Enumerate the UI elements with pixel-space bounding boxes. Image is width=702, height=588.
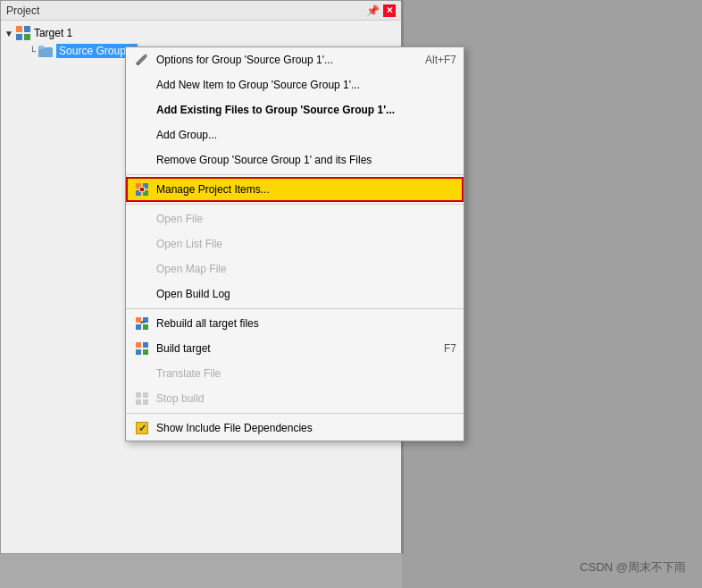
tree-expand-arrow: ▼ <box>4 29 13 38</box>
menu-item-stop-build: Stop build <box>126 386 464 411</box>
menu-item-add-existing-files[interactable]: Add Existing Files to Group 'Source Grou… <box>126 97 464 122</box>
manage-icon <box>133 181 151 198</box>
empty-icon <box>133 285 151 303</box>
menu-text-open-list-file: Open List File <box>156 238 456 250</box>
empty-icon <box>133 76 151 94</box>
svg-rect-14 <box>136 317 141 323</box>
svg-rect-20 <box>136 349 141 355</box>
svg-rect-3 <box>24 34 30 40</box>
svg-rect-24 <box>136 399 141 405</box>
menu-text-manage-project: Manage Project Items... <box>156 183 456 196</box>
menu-item-build-target[interactable]: Build targetF7 <box>126 336 464 361</box>
menu-item-open-list-file: Open List File <box>126 231 464 256</box>
menu-shortcut-build-target: F7 <box>444 342 456 355</box>
menu-text-options-group: Options for Group 'Source Group 1'... <box>156 54 407 66</box>
menu-item-rebuild-all[interactable]: Rebuild all target files <box>126 311 464 336</box>
menu-item-open-map-file: Open Map File <box>126 256 464 281</box>
menu-separator <box>126 204 464 205</box>
svg-point-7 <box>137 63 139 65</box>
svg-rect-18 <box>136 342 141 348</box>
menu-item-options-group[interactable]: Options for Group 'Source Group 1'...Alt… <box>126 47 464 72</box>
svg-rect-23 <box>143 392 148 398</box>
empty-icon <box>133 235 151 253</box>
menu-item-remove-group[interactable]: Remove Group 'Source Group 1' and its Fi… <box>126 147 464 172</box>
stop-icon <box>133 390 151 407</box>
empty-icon <box>133 260 151 278</box>
watermark: CSDN @周末不下雨 <box>580 559 686 575</box>
checkbox-icon: ✓ <box>133 419 151 437</box>
folder-icon <box>38 44 53 58</box>
menu-item-translate-file: Translate File <box>126 361 464 386</box>
tree-label-target: Target 1 <box>34 27 72 39</box>
context-menu: Options for Group 'Source Group 1'...Alt… <box>125 46 464 441</box>
menu-item-add-new-item[interactable]: Add New Item to Group 'Source Group 1'..… <box>126 72 464 97</box>
svg-rect-22 <box>136 392 141 398</box>
panel-titlebar: Project 📌 ✕ <box>1 1 401 21</box>
tree-child-arrow: └ <box>29 46 36 56</box>
svg-rect-0 <box>16 26 22 32</box>
menu-separator <box>126 413 464 414</box>
menu-separator <box>126 174 464 175</box>
empty-icon <box>133 210 151 228</box>
menu-item-open-file: Open File <box>126 206 464 231</box>
empty-icon <box>133 101 151 119</box>
menu-item-show-include[interactable]: ✓Show Include File Dependencies <box>126 416 464 441</box>
menu-text-show-include: Show Include File Dependencies <box>156 422 456 434</box>
svg-rect-17 <box>143 324 148 330</box>
menu-separator <box>126 308 464 309</box>
menu-text-open-file: Open File <box>156 213 456 225</box>
svg-rect-25 <box>143 399 148 405</box>
empty-icon <box>133 151 151 169</box>
pin-icon[interactable]: 📌 <box>366 4 380 17</box>
menu-item-manage-project[interactable]: Manage Project Items... <box>126 177 464 202</box>
svg-rect-1 <box>24 26 30 32</box>
svg-rect-16 <box>136 324 141 330</box>
svg-rect-19 <box>143 342 148 348</box>
panel-title: Project <box>6 4 39 17</box>
menu-text-build-target: Build target <box>156 342 426 355</box>
menu-text-stop-build: Stop build <box>156 392 456 405</box>
svg-rect-13 <box>140 188 144 191</box>
panel-controls: 📌 ✕ <box>366 4 396 17</box>
rebuild-icon <box>133 315 151 332</box>
tree-item-target[interactable]: ▼ Target 1 <box>1 24 401 42</box>
svg-rect-2 <box>16 34 22 40</box>
menu-text-add-new-item: Add New Item to Group 'Source Group 1'..… <box>156 79 456 91</box>
build-icon <box>133 340 151 357</box>
menu-shortcut-options-group: Alt+F7 <box>425 54 456 66</box>
target-icon <box>16 26 30 40</box>
wrench-icon <box>133 51 151 69</box>
menu-text-remove-group: Remove Group 'Source Group 1' and its Fi… <box>156 154 456 166</box>
menu-text-add-group: Add Group... <box>156 129 456 141</box>
menu-text-add-existing-files: Add Existing Files to Group 'Source Grou… <box>156 104 456 116</box>
svg-rect-21 <box>143 349 148 355</box>
menu-item-add-group[interactable]: Add Group... <box>126 122 464 147</box>
menu-text-rebuild-all: Rebuild all target files <box>156 317 456 330</box>
menu-item-open-build-log[interactable]: Open Build Log <box>126 281 464 307</box>
empty-icon <box>133 365 151 382</box>
menu-text-open-build-log: Open Build Log <box>156 288 456 300</box>
empty-icon <box>133 126 151 144</box>
svg-rect-6 <box>38 46 44 49</box>
close-button[interactable]: ✕ <box>383 4 396 17</box>
menu-text-open-map-file: Open Map File <box>156 263 456 275</box>
menu-text-translate-file: Translate File <box>156 367 456 380</box>
